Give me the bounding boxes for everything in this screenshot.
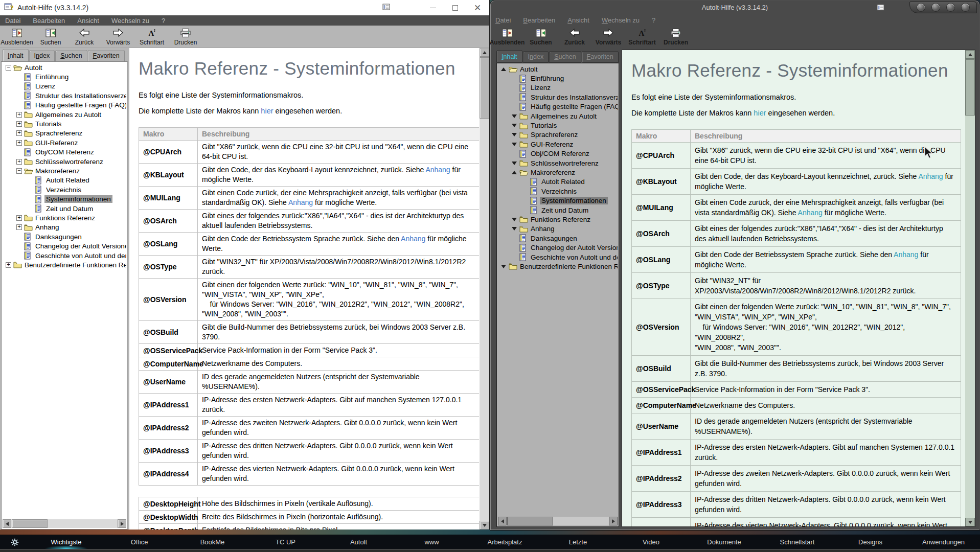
tree-item-sprachreferenz[interactable]: +Sprachreferenz <box>3 129 126 138</box>
collapse-icon[interactable] <box>512 171 517 174</box>
tree-item-einf-hrung[interactable]: Einführung <box>498 74 618 83</box>
collapse-icon[interactable] <box>501 67 506 71</box>
scroll-up-button[interactable] <box>480 48 489 57</box>
tab-favoriten[interactable]: Favoriten <box>582 51 619 63</box>
collapse-icon[interactable]: − <box>16 168 22 174</box>
taskbar-item-designs[interactable]: Designs <box>834 535 907 549</box>
expand-icon[interactable]: + <box>16 224 22 230</box>
titlebar[interactable]: ? Autolt-Hilfe (v3.3.14.2) ✕ <box>0 0 489 15</box>
tree-item-systeminformationen[interactable]: Systeminformationen <box>498 196 618 205</box>
taskbar-item-schnellstart[interactable]: Schnellstart <box>761 535 834 549</box>
tree-item-autolt[interactable]: Autolt <box>498 64 618 74</box>
taskbar-item-bookme[interactable]: BookMe <box>176 535 249 549</box>
tree-item-h-ufig-gestellte-fragen-faq[interactable]: Häufig gestellte Fragen (FAQ) <box>3 101 126 110</box>
content-vertical-scrollbar[interactable] <box>480 48 489 530</box>
tree-item-obj-com-referenz[interactable]: Obj/COM Referenz <box>3 148 126 157</box>
tree-item-changelog-der-autolt-versionen[interactable]: Changelog der Autolt Versionen <box>3 241 126 250</box>
scroll-up-button[interactable] <box>965 50 975 59</box>
minimize-button[interactable] <box>932 4 940 11</box>
ausblenden-button[interactable]: Ausblenden <box>0 26 34 46</box>
taskbar-item-letzte[interactable]: Letzte <box>541 535 614 549</box>
rollup-button[interactable] <box>917 4 925 11</box>
expand-icon[interactable]: + <box>16 159 22 165</box>
tree-item-autolt-related[interactable]: Autolt Related <box>498 177 618 187</box>
menu-datei[interactable]: Datei <box>495 16 511 24</box>
scroll-thumb[interactable] <box>965 59 975 116</box>
tab-favoriten[interactable]: Favoriten <box>88 50 125 61</box>
hier-link[interactable]: hier <box>754 109 766 117</box>
tree-item-gui-referenz[interactable]: GUI-Referenz <box>498 140 618 149</box>
minimize-button[interactable] <box>425 0 441 15</box>
anhang-link[interactable]: Anhang <box>798 209 823 217</box>
zur-ck-button[interactable]: Zurück <box>558 26 591 46</box>
tree-item-systeminformationen[interactable]: Systeminformationen <box>3 194 126 203</box>
anhang-link[interactable]: Anhang <box>401 235 425 243</box>
close-button[interactable] <box>962 4 969 11</box>
menu-ansicht[interactable]: Ansicht <box>77 17 99 25</box>
tree-item-gui-referenz[interactable]: +GUI-Referenz <box>3 138 126 147</box>
tree-item-zeit-und-datum[interactable]: Zeit und Datum <box>498 205 618 215</box>
tree-item-einf-hrung[interactable]: Einführung <box>3 72 126 81</box>
expand-icon[interactable] <box>512 133 517 136</box>
maximize-button[interactable] <box>947 4 954 11</box>
tree-item-changelog-der-autolt-versionen[interactable]: Changelog der Autolt Versionen <box>498 243 618 252</box>
tree-item-sprachreferenz[interactable]: Sprachreferenz <box>498 130 618 140</box>
scroll-left-button[interactable] <box>3 519 11 528</box>
vorw-rts-button[interactable]: Vorwärts <box>101 26 135 46</box>
tree-item-funktions-referenz[interactable]: Funktions Referenz <box>498 215 618 224</box>
tree-item-makroreferenz[interactable]: Makroreferenz <box>498 168 618 177</box>
expand-icon[interactable]: + <box>16 112 22 118</box>
expand-icon[interactable] <box>512 227 517 231</box>
tree-item-tutorials[interactable]: +Tutorials <box>3 119 126 128</box>
gear-icon[interactable] <box>0 538 30 547</box>
expand-icon[interactable] <box>512 143 517 146</box>
tree-horizontal-scrollbar[interactable] <box>3 519 126 528</box>
schriftart-button[interactable]: ASchriftart <box>135 26 169 46</box>
taskbar-item-anwendungen[interactable]: Anwendungen <box>907 535 980 549</box>
anhang-link[interactable]: Anhang <box>425 166 450 174</box>
titlebar[interactable]: Autolt-Hilfe (v3.3.14.2) <box>490 1 979 14</box>
tab-inhalt[interactable]: Inhalt <box>496 50 522 63</box>
menu-[interactable]: ? <box>162 17 165 25</box>
drucken-button[interactable]: Drucken <box>169 26 202 46</box>
tree-item-danksagungen[interactable]: Danksagungen <box>498 234 618 243</box>
tree-item-autolt-related[interactable]: Autolt Related <box>3 176 126 185</box>
hier-link[interactable]: hier <box>261 107 273 115</box>
menu-ansicht[interactable]: Ansicht <box>567 16 589 24</box>
collapse-icon[interactable]: − <box>6 65 11 71</box>
menu-wechseln-zu[interactable]: Wechseln zu <box>602 16 640 24</box>
expand-icon[interactable] <box>512 114 517 118</box>
scroll-thumb[interactable] <box>507 517 553 525</box>
tree-item-allgemeines-zu-autolt[interactable]: Allgemeines zu Autolt <box>498 111 618 121</box>
tab-inhalt[interactable]: Inhalt <box>3 49 29 61</box>
tree-item-h-ufig-gestellte-fragen-faq[interactable]: Häufig gestellte Fragen (FAQ) <box>498 102 618 111</box>
taskbar-item-office[interactable]: Office <box>103 535 176 549</box>
tree-item-struktur-des-installationsverzeich[interactable]: Struktur des Installationsverzeich <box>498 93 618 102</box>
drucken-button[interactable]: Drucken <box>659 26 693 46</box>
tree-item-funktions-referenz[interactable]: +Funktions Referenz <box>3 213 126 222</box>
vorw-rts-button[interactable]: Vorwärts <box>591 26 625 46</box>
suchen-button[interactable]: Suchen <box>34 26 67 46</box>
taskbar-item-dokumente[interactable]: Dokumente <box>688 535 761 549</box>
tree-item-struktur-des-installationsverzeich[interactable]: Struktur des Installationsverzeich <box>3 91 126 100</box>
scroll-right-button[interactable] <box>609 517 618 525</box>
tab-index[interactable]: Index <box>523 51 549 63</box>
tree-item-geschichte-von-autolt-und-deren[interactable]: Geschichte von Autolt und deren <box>3 251 126 260</box>
scroll-left-button[interactable] <box>498 517 507 525</box>
tree-item-makroreferenz[interactable]: −Makroreferenz <box>3 166 126 175</box>
zur-ck-button[interactable]: Zurück <box>67 26 101 46</box>
ausblenden-button[interactable]: Ausblenden <box>490 26 524 46</box>
expand-icon[interactable]: + <box>16 215 22 221</box>
tab-index[interactable]: Index <box>29 50 55 61</box>
tree-item-lizenz[interactable]: Lizenz <box>498 83 618 93</box>
tree-item-geschichte-von-autolt-und-deren[interactable]: Geschichte von Autolt und deren <box>498 252 618 262</box>
tree-item-obj-com-referenz[interactable]: Obj/COM Referenz <box>498 149 618 158</box>
tree-item-schl-sselwortreferenz[interactable]: +Schlüsselwortreferenz <box>3 157 126 166</box>
tab-suchen[interactable]: Suchen <box>549 51 581 63</box>
menu-datei[interactable]: Datei <box>5 17 20 25</box>
scroll-thumb[interactable] <box>12 519 48 528</box>
tab-suchen[interactable]: Suchen <box>55 50 87 61</box>
tree-item-anhang[interactable]: Anhang <box>498 224 618 234</box>
tree-item-benutzerdefinierte-funktionen-refer[interactable]: Benutzerdefinierte Funktionen Refer <box>498 262 618 271</box>
tree-item-anhang[interactable]: +Anhang <box>3 223 126 232</box>
